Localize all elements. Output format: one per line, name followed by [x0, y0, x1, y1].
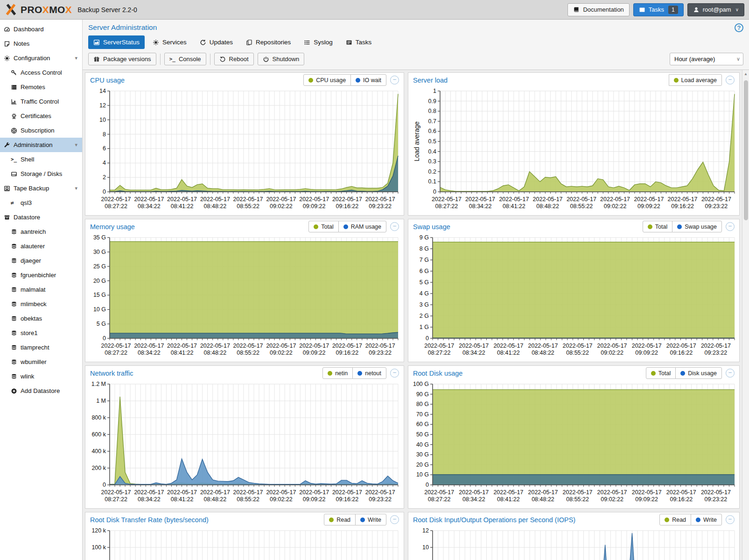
tasks-button[interactable]: Tasks 1 [633, 3, 684, 16]
sidebar-item-label: aantreich [21, 228, 46, 235]
tab-serverstatus[interactable]: ServerStatus [88, 35, 145, 49]
tab-services[interactable]: Services [147, 35, 192, 49]
legend-netout[interactable]: netout [352, 367, 386, 379]
sidebar-item-add-datastore[interactable]: Add Datastore [0, 384, 82, 398]
sidebar-item-mlimbeck[interactable]: mlimbeck [0, 297, 82, 311]
sidebar-item-configuration[interactable]: Configuration▾ [0, 51, 82, 65]
sidebar-item-store1[interactable]: store1 [0, 326, 82, 340]
legend-read[interactable]: Read [324, 514, 356, 525]
collapse-icon[interactable]: − [390, 515, 399, 524]
sidebar-item-tape-backup[interactable]: Tape Backup▾ [0, 181, 82, 196]
scrollbar-thumb[interactable] [744, 80, 748, 220]
collapse-icon[interactable]: − [726, 369, 735, 378]
sidebar-item-subscription[interactable]: Subscription [0, 123, 82, 138]
tab-repositories[interactable]: Repositories [241, 35, 296, 49]
legend-dot [357, 371, 362, 376]
svg-text:0.6: 0.6 [428, 128, 436, 134]
vertical-scrollbar[interactable]: ▲ [742, 70, 749, 560]
sidebar-item-alauterer[interactable]: alauterer [0, 239, 82, 253]
sidebar-item-aantreich[interactable]: aantreich [0, 224, 82, 239]
sidebar: DashboardNotesConfiguration▾Access Contr… [0, 20, 83, 560]
svg-text:08:34:22: 08:34:22 [138, 203, 161, 210]
collapse-icon[interactable]: − [726, 222, 735, 231]
console-button[interactable]: >_Console [164, 53, 206, 65]
shutdown-button[interactable]: Shutdown [258, 53, 305, 65]
legend-load-average[interactable]: Load average [669, 74, 722, 86]
svg-text:2022-05-17: 2022-05-17 [200, 196, 230, 203]
legend-cpu-usage[interactable]: CPU usage [303, 74, 351, 86]
sidebar-item-administration[interactable]: Administration▾ [0, 138, 82, 152]
tab-tasks[interactable]: Tasks [341, 35, 377, 49]
sidebar-item-dashboard[interactable]: Dashboard [0, 22, 82, 36]
tab-updates[interactable]: Updates [195, 35, 238, 49]
svg-text:2022-05-17: 2022-05-17 [701, 343, 731, 349]
documentation-button[interactable]: Documentation [567, 3, 629, 16]
syslog-icon [304, 39, 310, 46]
sidebar-item-qsl3[interactable]: ⇄qsl3 [0, 196, 82, 210]
legend-write[interactable]: Write [355, 514, 386, 525]
svg-text:10: 10 [422, 544, 429, 551]
svg-text:09:09:22: 09:09:22 [303, 203, 326, 210]
sidebar-item-notes[interactable]: Notes [0, 36, 82, 51]
add-icon [11, 388, 21, 394]
legend-total[interactable]: Total [646, 367, 676, 379]
sidebar-item-storage-disks[interactable]: Storage / Disks [0, 167, 82, 181]
product-subtitle: Backup Server 2.2-0 [77, 6, 137, 14]
svg-text:08:27:22: 08:27:22 [435, 203, 458, 210]
reboot-button[interactable]: Reboot [214, 53, 254, 65]
collapse-icon[interactable]: − [390, 222, 399, 231]
svg-text:09:09:22: 09:09:22 [635, 496, 658, 503]
sidebar-item-certificates[interactable]: Certificates [0, 109, 82, 123]
legend-total[interactable]: Total [643, 221, 672, 232]
sidebar-item-djaeger[interactable]: djaeger [0, 253, 82, 268]
sidebar-item-obektas[interactable]: obektas [0, 311, 82, 326]
terminal-icon: >_ [11, 156, 21, 162]
book-icon [573, 7, 580, 13]
scroll-up-arrow[interactable]: ▲ [742, 70, 749, 76]
svg-text:08:27:22: 08:27:22 [428, 496, 451, 503]
sidebar-item-tlamprecht[interactable]: tlamprecht [0, 340, 82, 355]
collapse-icon[interactable]: − [390, 369, 399, 378]
tab-syslog[interactable]: Syslog [299, 35, 338, 49]
sidebar-item-wbumiller[interactable]: wbumiller [0, 355, 82, 369]
collapse-icon[interactable]: − [726, 515, 735, 524]
sidebar-item-access-control[interactable]: Access Control [0, 65, 82, 80]
collapse-icon[interactable]: − [390, 76, 399, 84]
database-icon [11, 243, 21, 250]
legend-read[interactable]: Read [659, 514, 691, 525]
caret-down-icon: ▾ [75, 55, 82, 61]
svg-text:2022-05-17: 2022-05-17 [167, 489, 197, 496]
legend-write[interactable]: Write [691, 514, 722, 525]
legend-io-wait[interactable]: IO wait [350, 74, 386, 86]
collapse-icon[interactable]: − [726, 76, 735, 84]
legend-netin[interactable]: netin [322, 367, 353, 379]
sidebar-item-traffic-control[interactable]: Traffic Control [0, 94, 82, 109]
sidebar-item-wlink[interactable]: wlink [0, 369, 82, 384]
package-versions-button[interactable]: Package versions [88, 53, 156, 65]
help-icon[interactable]: ? [735, 23, 743, 32]
svg-text:14: 14 [99, 88, 106, 94]
time-range-select[interactable]: Hour (average)∨ [670, 53, 743, 65]
legend-disk-usage[interactable]: Disk usage [675, 367, 722, 379]
sidebar-item-remotes[interactable]: Remotes [0, 80, 82, 94]
legend-swap-usage[interactable]: Swap usage [672, 221, 722, 232]
sidebar-item-datastore[interactable]: Datastore [0, 210, 82, 224]
svg-text:0: 0 [103, 482, 106, 488]
svg-text:09:02:22: 09:02:22 [270, 496, 293, 503]
svg-text:0: 0 [103, 335, 106, 342]
svg-text:2022-05-17: 2022-05-17 [233, 343, 263, 349]
svg-text:2022-05-17: 2022-05-17 [465, 196, 495, 203]
svg-text:08:27:22: 08:27:22 [105, 203, 127, 210]
sidebar-item-label: Remotes [21, 84, 45, 91]
sidebar-item-shell[interactable]: >_Shell [0, 152, 82, 167]
user-menu-button[interactable]: root@pam ∨ [687, 3, 744, 16]
svg-text:09:23:22: 09:23:22 [369, 350, 392, 356]
sidebar-item-label: Shell [21, 156, 34, 163]
sidebar-item-fgruenbichler[interactable]: fgruenbichler [0, 268, 82, 282]
legend-ram-usage[interactable]: RAM usage [338, 221, 386, 232]
tab-label: Repositories [256, 39, 291, 46]
legend-total[interactable]: Total [308, 221, 338, 232]
svg-text:08:34:22: 08:34:22 [462, 496, 485, 503]
sidebar-item-malmalat[interactable]: malmalat [0, 282, 82, 297]
svg-text:10: 10 [99, 117, 106, 123]
